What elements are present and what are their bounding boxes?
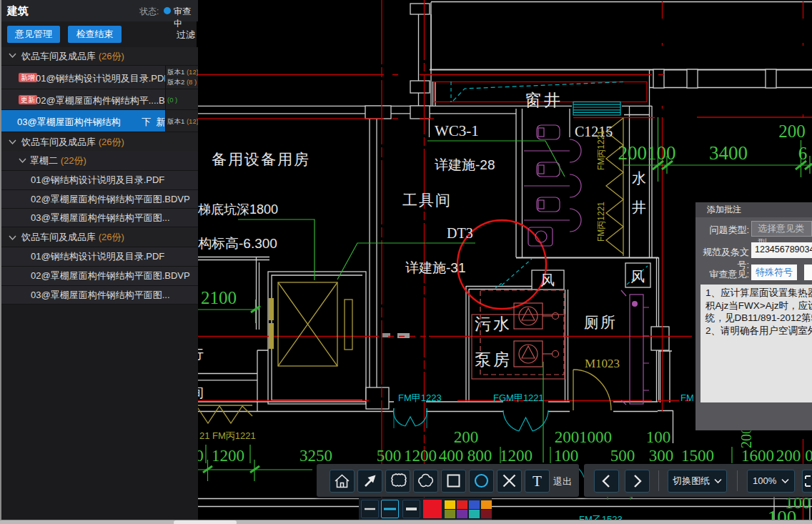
- svg-text:400: 400: [439, 447, 464, 465]
- svg-text:6: 6: [798, 144, 808, 163]
- svg-text:工具间: 工具间: [402, 192, 452, 208]
- svg-text:300: 300: [649, 447, 674, 465]
- svg-text:1200: 1200: [500, 447, 533, 465]
- svg-text:M1023: M1023: [585, 357, 620, 370]
- svg-text:21 FM丙1221: 21 FM丙1221: [199, 430, 256, 441]
- svg-text:梯底坑深1800: 梯底坑深1800: [197, 202, 278, 217]
- svg-text:泵房: 泵房: [475, 350, 512, 369]
- svg-text:风: 风: [630, 269, 645, 285]
- svg-text:500: 500: [377, 447, 402, 465]
- svg-text:厕所: 厕所: [584, 314, 617, 330]
- svg-text:100: 100: [554, 447, 579, 465]
- svg-text:200: 200: [778, 122, 806, 141]
- svg-text:备用设备用房: 备用设备用房: [212, 151, 310, 167]
- svg-text:FM丙1221: FM丙1221: [596, 202, 606, 242]
- svg-text:1200: 1200: [404, 447, 437, 465]
- svg-text:3400: 3400: [709, 142, 748, 164]
- svg-text:污水: 污水: [475, 315, 512, 333]
- svg-text:详建施-31: 详建施-31: [405, 260, 465, 275]
- svg-text:FM甲1223: FM甲1223: [398, 392, 442, 403]
- svg-text:200: 200: [454, 428, 479, 446]
- svg-text:200: 200: [555, 428, 580, 446]
- svg-text:200: 200: [776, 447, 801, 465]
- svg-text:FM丙1221: FM丙1221: [596, 130, 606, 170]
- svg-text:构标高-6.300: 构标高-6.300: [198, 236, 277, 251]
- svg-text:详建施-28: 详建施-28: [435, 157, 495, 172]
- svg-text:3250: 3250: [299, 447, 332, 465]
- svg-text:T: T: [533, 473, 542, 490]
- svg-text:2100: 2100: [201, 288, 237, 307]
- svg-text:井: 井: [632, 199, 646, 215]
- svg-text:WC3-1: WC3-1: [435, 122, 479, 139]
- svg-text:100: 100: [646, 428, 671, 446]
- svg-text:FM: FM: [680, 392, 694, 403]
- svg-text:1000: 1000: [579, 428, 612, 446]
- svg-text:水: 水: [632, 170, 646, 186]
- svg-text:风: 风: [540, 272, 555, 288]
- svg-text:1600: 1600: [741, 447, 774, 465]
- svg-text:FGM甲1221: FGM甲1221: [493, 392, 544, 403]
- svg-text:C1215: C1215: [575, 124, 613, 139]
- svg-text:窗井: 窗井: [525, 91, 563, 109]
- svg-text:DT3: DT3: [447, 225, 473, 241]
- svg-text:800: 800: [467, 447, 492, 465]
- svg-text:200100: 200100: [618, 142, 676, 164]
- svg-text:500: 500: [610, 447, 635, 465]
- svg-text:1200: 1200: [212, 447, 244, 465]
- svg-text:0: 0: [805, 447, 812, 465]
- svg-text:1500: 1500: [681, 447, 714, 465]
